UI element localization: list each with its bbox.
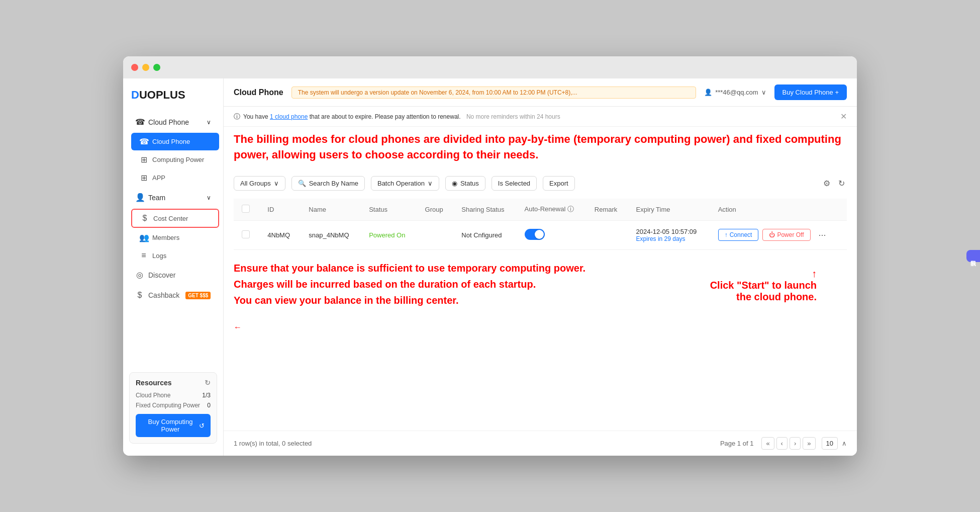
cashback-badge: GET $$$ <box>185 292 211 299</box>
title-bar <box>123 56 857 78</box>
first-page-button[interactable]: « <box>761 437 774 450</box>
buy-cloud-phone-button[interactable]: Buy Cloud Phone + <box>774 84 847 100</box>
row-auto-renewal-cell[interactable] <box>517 220 586 249</box>
sidebar-item-cashback[interactable]: $ Cashback GET $$$ <box>127 286 219 305</box>
resources-fixed-computing-label: Fixed Computing Power <box>136 402 200 409</box>
row-id-cell: 4NbMQ <box>259 220 301 249</box>
more-actions-button[interactable]: ··· <box>815 228 830 242</box>
batch-operation-label: Batch Operation <box>377 180 425 187</box>
row-sharing-status: Not Cnfigured <box>461 231 502 239</box>
sidebar-item-app[interactable]: ⊞ APP <box>131 169 219 187</box>
topbar-username: ***46@qq.com <box>715 89 758 96</box>
close-button[interactable] <box>131 64 138 71</box>
next-page-button[interactable]: › <box>790 437 801 450</box>
row-name: snap_4NbMQ <box>309 231 349 239</box>
alert-text: You have 1 cloud phone that are about to… <box>243 113 560 120</box>
sidebar-item-computing-power[interactable]: ⊞ Computing Power <box>131 151 219 168</box>
status-filter[interactable]: ◉ Status <box>445 176 485 191</box>
refresh-small-icon: ↺ <box>199 422 205 430</box>
sidebar-cloud-phone-label: Cloud Phone <box>148 118 189 126</box>
sidebar-item-logs[interactable]: ≡ Logs <box>131 247 219 264</box>
row-expiry-sub: Expires in 29 days <box>636 235 702 242</box>
auto-renewal-header: Auto-Renewal ⓘ <box>517 199 586 221</box>
prev-page-button[interactable]: ‹ <box>776 437 788 450</box>
members-icon: 👥 <box>139 233 148 242</box>
refresh-table-icon[interactable]: ↻ <box>836 177 847 190</box>
connect-button[interactable]: ↑ Connect <box>718 229 759 241</box>
topbar-user[interactable]: 👤 ***46@qq.com ∨ <box>704 89 766 96</box>
sidebar-item-discover[interactable]: ◎ Discover <box>127 265 219 285</box>
row-select-cell[interactable] <box>234 220 259 249</box>
row-expiry-date: 2024-12-05 10:57:09 <box>636 228 702 235</box>
page-size-arrow: ∧ <box>842 440 847 447</box>
status-label: Status <box>460 180 479 187</box>
row-count-label: 1 row(s) in total, 0 selected <box>234 440 312 447</box>
sidebar-computing-power-label: Computing Power <box>152 156 204 163</box>
annotation-balance-line1: Ensure that your balance is sufficient t… <box>234 263 585 274</box>
topbar-notice: The system will undergo a version update… <box>291 87 696 99</box>
connect-label: Connect <box>730 231 752 238</box>
annotation-balance-line2: Charges will be incurred based on the du… <box>234 279 536 290</box>
page-size-select[interactable]: 10 <box>822 437 838 450</box>
select-all-checkbox[interactable] <box>242 205 250 213</box>
row-name-cell: snap_4NbMQ <box>301 220 361 249</box>
user-chevron-icon: ∨ <box>761 89 766 96</box>
sidebar-item-cloud-phone[interactable]: ☎ Cloud Phone <box>131 133 219 150</box>
group-header: Group <box>417 199 454 221</box>
power-off-button[interactable]: ⏻ Power Off <box>762 229 810 241</box>
connect-icon: ↑ <box>725 231 728 238</box>
status-header: Status <box>361 199 417 221</box>
select-all-header[interactable] <box>234 199 259 221</box>
resources-box: Resources ↻ Cloud Phone 1/3 Fixed Comput… <box>129 372 217 444</box>
row-checkbox[interactable] <box>242 230 250 238</box>
all-groups-select[interactable]: All Groups ∨ <box>234 176 285 191</box>
sidebar-item-members[interactable]: 👥 Members <box>131 229 219 246</box>
sidebar-item-cost-center[interactable]: $ Cost Center <box>131 209 219 228</box>
all-groups-label: All Groups <box>240 180 271 187</box>
row-id: 4NbMQ <box>267 231 290 239</box>
sidebar-item-cloud-phone-parent[interactable]: ☎ Cloud Phone ∨ <box>127 112 219 132</box>
settings-icon[interactable]: ⚙ <box>821 177 832 190</box>
pagination: Page 1 of 1 « ‹ › » 10 ∧ <box>720 437 847 450</box>
resources-title: Resources ↻ <box>136 379 211 387</box>
alert-banner: ⓘ You have 1 cloud phone that are about … <box>224 107 857 127</box>
alert-link[interactable]: 1 cloud phone <box>270 113 308 120</box>
is-selected-label: Is Selected <box>498 180 530 187</box>
main-content: Cloud Phone The system will undergo a ve… <box>224 78 857 456</box>
buy-computing-power-label: Buy Computing Power <box>142 418 199 433</box>
refresh-icon[interactable]: ↻ <box>205 379 211 387</box>
team-icon: 👤 <box>135 193 144 202</box>
contact-sidebar[interactable]: 联系我们 <box>966 250 980 262</box>
last-page-button[interactable]: » <box>803 437 815 450</box>
app-layout: DUOPLUS ☎ Cloud Phone ∨ ☎ Cloud Phone ⊞ … <box>123 78 857 456</box>
search-by-name-input[interactable]: 🔍 Search By Name <box>291 176 365 191</box>
sidebar-item-team[interactable]: 👤 Team ∨ <box>127 188 219 207</box>
name-header: Name <box>301 199 361 221</box>
no-remind-link[interactable]: No more reminders within 24 hours <box>466 113 560 120</box>
annotation-billing-text: The billing modes for cloud phones are d… <box>234 133 841 161</box>
batch-chevron-icon: ∨ <box>428 180 433 187</box>
batch-operation-button[interactable]: Batch Operation ∨ <box>371 176 439 191</box>
auto-renewal-toggle[interactable] <box>525 229 545 240</box>
alert-close-button[interactable]: ✕ <box>840 112 847 121</box>
avatar-icon: 👤 <box>704 89 712 96</box>
alert-before: You have <box>243 113 270 120</box>
expiry-time-header: Expiry Time <box>628 199 710 221</box>
logs-icon: ≡ <box>139 251 148 260</box>
resources-label: Resources <box>136 379 172 387</box>
action-buttons: ↑ Connect ⏻ Power Off ··· <box>718 228 839 242</box>
minimize-button[interactable] <box>142 64 149 71</box>
computing-icon: ⊞ <box>139 155 148 164</box>
table-container: All Groups ∨ 🔍 Search By Name Batch Oper… <box>224 168 857 340</box>
is-selected-filter[interactable]: Is Selected <box>492 176 537 191</box>
export-label: Export <box>549 180 568 187</box>
export-button[interactable]: Export <box>543 176 575 191</box>
row-action-cell: ↑ Connect ⏻ Power Off ··· <box>710 220 847 249</box>
app-window: DUOPLUS ☎ Cloud Phone ∨ ☎ Cloud Phone ⊞ … <box>123 56 857 456</box>
table-body: 4NbMQ snap_4NbMQ Powered On Not Cnfigure… <box>234 220 847 249</box>
filter-bar: All Groups ∨ 🔍 Search By Name Batch Oper… <box>234 176 847 191</box>
buy-computing-power-button[interactable]: Buy Computing Power ↺ <box>136 414 211 437</box>
maximize-button[interactable] <box>153 64 160 71</box>
table-row: 4NbMQ snap_4NbMQ Powered On Not Cnfigure… <box>234 220 847 249</box>
cloud-phone-table: ID Name Status Group Sharing Status Auto… <box>234 199 847 250</box>
